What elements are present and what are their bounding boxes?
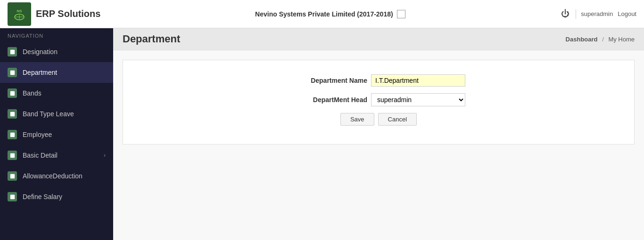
company-icon [397,10,405,18]
sidebar-item-bands[interactable]: Bands [0,83,113,104]
sidebar-item-label: AllowanceDeduction [23,172,106,180]
svg-rect-6 [10,70,14,74]
page-header: Department Dashboard / My Home [113,28,644,50]
sidebar-item-label: Department [23,69,106,76]
department-icon [8,68,17,77]
svg-rect-11 [10,174,14,178]
breadcrumb: Dashboard / My Home [566,36,635,43]
logout-button[interactable]: Logout [618,10,636,17]
sidebar-item-label: Band Type Leave [23,110,106,118]
sidebar-item-band-type-leave[interactable]: Band Type Leave [0,104,113,124]
breadcrumb-current: My Home [608,36,635,43]
cancel-button[interactable]: Cancel [378,113,417,126]
dept-head-row: DepartMent Head superadmin [132,93,625,106]
page-title: Department [123,33,180,45]
dept-name-input[interactable] [371,74,465,87]
chevron-right-icon: › [104,152,106,159]
sidebar-item-designation[interactable]: Designation [0,41,113,62]
main-layout: NAVIGATION Designation Department Bands … [0,28,644,240]
header-user-area: ⏻ superadmin Logout [560,8,636,20]
employee-icon [8,130,17,139]
sidebar-nav-label: NAVIGATION [0,28,113,41]
band-type-leave-icon [8,109,17,119]
allowance-deduction-icon [8,171,17,181]
svg-text:NS: NS [17,9,22,13]
svg-rect-8 [10,112,14,116]
header-username: superadmin [581,10,613,17]
sidebar-item-label: Define Salary [23,193,106,200]
power-icon[interactable]: ⏻ [560,8,571,20]
define-salary-icon [8,192,17,201]
sidebar-item-basic-detail[interactable]: Basic Detail › [0,145,113,166]
designation-icon [8,47,17,56]
basic-detail-icon [8,151,17,160]
company-info: Nevino Systems Private Limited (2017-201… [255,10,405,18]
sidebar-item-label: Bands [23,89,106,97]
sidebar-item-allowance-deduction[interactable]: AllowanceDeduction [0,166,113,186]
sidebar-item-label: Employee [23,131,106,138]
form-card: Department Name DepartMent Head superadm… [123,60,635,144]
form-buttons: Save Cancel [132,113,625,126]
svg-rect-9 [10,132,14,136]
dept-head-select[interactable]: superadmin [371,93,465,106]
dept-name-label: Department Name [292,77,367,84]
svg-rect-7 [10,91,14,95]
sidebar-item-label: Designation [23,48,106,56]
svg-rect-10 [10,153,14,157]
sidebar-item-employee[interactable]: Employee [0,124,113,145]
bands-icon [8,88,17,98]
app-header: NS ERP Solutions Nevino Systems Private … [0,0,644,28]
dept-name-row: Department Name [132,74,625,87]
header-logo-area: NS ERP Solutions [8,2,100,26]
sidebar: NAVIGATION Designation Department Bands … [0,28,113,240]
dept-head-label: DepartMent Head [292,96,367,104]
sidebar-item-define-salary[interactable]: Define Salary [0,186,113,207]
breadcrumb-dashboard[interactable]: Dashboard [566,36,598,43]
save-button[interactable]: Save [340,113,374,126]
svg-rect-5 [10,49,14,54]
sidebar-item-department[interactable]: Department [0,62,113,83]
company-name: Nevino Systems Private Limited (2017-201… [255,10,393,18]
content-area: Department Dashboard / My Home Departmen… [113,28,644,240]
header-divider [576,9,576,19]
breadcrumb-separator: / [602,36,604,43]
form-container: Department Name DepartMent Head superadm… [113,50,644,240]
app-title: ERP Solutions [36,8,100,19]
logo: NS [8,2,31,26]
sidebar-item-label: Basic Detail [23,152,98,159]
svg-rect-12 [10,194,14,199]
